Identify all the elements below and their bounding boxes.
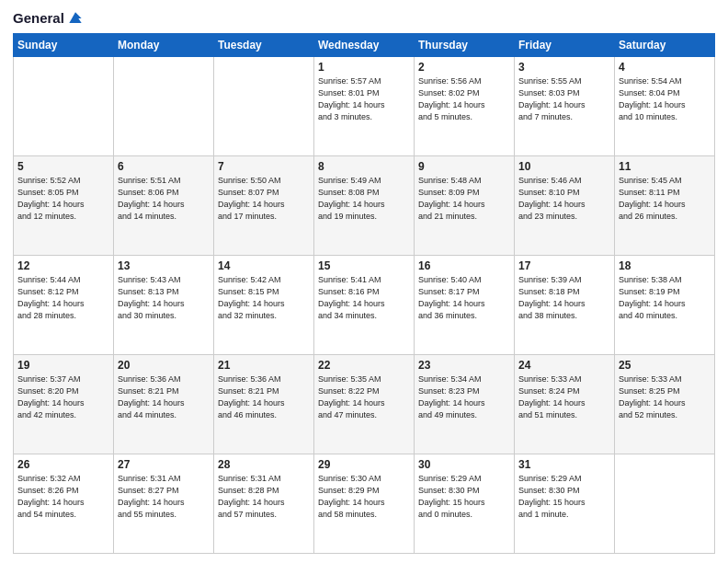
header: General bbox=[13, 9, 715, 28]
day-info: Sunrise: 5:44 AM Sunset: 8:12 PM Dayligh… bbox=[17, 274, 109, 322]
day-number: 28 bbox=[218, 458, 310, 471]
day-number: 8 bbox=[318, 160, 410, 173]
day-number: 30 bbox=[418, 458, 510, 471]
day-cell: 6Sunrise: 5:51 AM Sunset: 8:06 PM Daylig… bbox=[114, 156, 214, 256]
day-cell: 8Sunrise: 5:49 AM Sunset: 8:08 PM Daylig… bbox=[314, 156, 415, 256]
day-number: 12 bbox=[17, 259, 109, 272]
day-info: Sunrise: 5:46 AM Sunset: 8:10 PM Dayligh… bbox=[518, 175, 610, 223]
day-number: 11 bbox=[619, 160, 711, 173]
page: General SundayMondayTuesdayWednesdayThur… bbox=[0, 0, 728, 563]
day-number: 15 bbox=[318, 259, 410, 272]
day-cell: 2Sunrise: 5:56 AM Sunset: 8:02 PM Daylig… bbox=[415, 57, 515, 156]
day-number: 25 bbox=[619, 359, 711, 372]
weekday-header-monday: Monday bbox=[114, 34, 214, 57]
day-cell: 3Sunrise: 5:55 AM Sunset: 8:03 PM Daylig… bbox=[515, 57, 615, 156]
day-number: 2 bbox=[418, 61, 510, 74]
day-info: Sunrise: 5:31 AM Sunset: 8:28 PM Dayligh… bbox=[218, 473, 310, 521]
day-number: 18 bbox=[619, 259, 711, 272]
day-number: 16 bbox=[418, 259, 510, 272]
day-cell: 26Sunrise: 5:32 AM Sunset: 8:26 PM Dayli… bbox=[14, 454, 114, 554]
day-number: 23 bbox=[418, 359, 510, 372]
day-info: Sunrise: 5:54 AM Sunset: 8:04 PM Dayligh… bbox=[619, 75, 711, 123]
week-row-3: 12Sunrise: 5:44 AM Sunset: 8:12 PM Dayli… bbox=[14, 256, 715, 355]
week-row-5: 26Sunrise: 5:32 AM Sunset: 8:26 PM Dayli… bbox=[14, 454, 715, 554]
day-cell: 19Sunrise: 5:37 AM Sunset: 8:20 PM Dayli… bbox=[14, 355, 114, 454]
day-cell: 22Sunrise: 5:35 AM Sunset: 8:22 PM Dayli… bbox=[314, 355, 415, 454]
day-number: 21 bbox=[218, 359, 310, 372]
day-cell: 23Sunrise: 5:34 AM Sunset: 8:23 PM Dayli… bbox=[415, 355, 515, 454]
calendar-table: SundayMondayTuesdayWednesdayThursdayFrid… bbox=[13, 33, 715, 554]
day-cell: 15Sunrise: 5:41 AM Sunset: 8:16 PM Dayli… bbox=[314, 256, 415, 355]
day-info: Sunrise: 5:39 AM Sunset: 8:18 PM Dayligh… bbox=[518, 274, 610, 322]
day-number: 3 bbox=[518, 61, 610, 74]
day-info: Sunrise: 5:41 AM Sunset: 8:16 PM Dayligh… bbox=[318, 274, 410, 322]
day-number: 19 bbox=[17, 359, 109, 372]
day-info: Sunrise: 5:55 AM Sunset: 8:03 PM Dayligh… bbox=[518, 75, 610, 123]
day-info: Sunrise: 5:35 AM Sunset: 8:22 PM Dayligh… bbox=[318, 373, 410, 421]
day-info: Sunrise: 5:31 AM Sunset: 8:27 PM Dayligh… bbox=[118, 473, 210, 521]
day-number: 10 bbox=[518, 160, 610, 173]
day-info: Sunrise: 5:38 AM Sunset: 8:19 PM Dayligh… bbox=[619, 274, 711, 322]
day-number: 22 bbox=[318, 359, 410, 372]
day-cell: 9Sunrise: 5:48 AM Sunset: 8:09 PM Daylig… bbox=[415, 156, 515, 256]
day-number: 27 bbox=[118, 458, 210, 471]
weekday-header-row: SundayMondayTuesdayWednesdayThursdayFrid… bbox=[14, 34, 715, 57]
day-info: Sunrise: 5:43 AM Sunset: 8:13 PM Dayligh… bbox=[118, 274, 210, 322]
day-info: Sunrise: 5:50 AM Sunset: 8:07 PM Dayligh… bbox=[218, 175, 310, 223]
day-number: 14 bbox=[218, 259, 310, 272]
weekday-header-wednesday: Wednesday bbox=[314, 34, 415, 57]
day-info: Sunrise: 5:51 AM Sunset: 8:06 PM Dayligh… bbox=[118, 175, 210, 223]
day-number: 17 bbox=[518, 259, 610, 272]
day-info: Sunrise: 5:40 AM Sunset: 8:17 PM Dayligh… bbox=[418, 274, 510, 322]
day-cell: 27Sunrise: 5:31 AM Sunset: 8:27 PM Dayli… bbox=[114, 454, 214, 554]
svg-marker-0 bbox=[69, 12, 81, 23]
day-number: 20 bbox=[118, 359, 210, 372]
day-info: Sunrise: 5:57 AM Sunset: 8:01 PM Dayligh… bbox=[318, 75, 410, 123]
day-cell bbox=[615, 454, 715, 554]
weekday-header-tuesday: Tuesday bbox=[214, 34, 314, 57]
day-number: 6 bbox=[118, 160, 210, 173]
day-number: 31 bbox=[518, 458, 610, 471]
week-row-1: 1Sunrise: 5:57 AM Sunset: 8:01 PM Daylig… bbox=[14, 57, 715, 156]
logo-icon bbox=[66, 9, 85, 28]
day-number: 1 bbox=[318, 61, 410, 74]
day-cell: 11Sunrise: 5:45 AM Sunset: 8:11 PM Dayli… bbox=[615, 156, 715, 256]
day-info: Sunrise: 5:36 AM Sunset: 8:21 PM Dayligh… bbox=[118, 373, 210, 421]
logo-text-general: General bbox=[13, 10, 64, 27]
day-cell: 12Sunrise: 5:44 AM Sunset: 8:12 PM Dayli… bbox=[14, 256, 114, 355]
day-cell: 20Sunrise: 5:36 AM Sunset: 8:21 PM Dayli… bbox=[114, 355, 214, 454]
day-cell: 13Sunrise: 5:43 AM Sunset: 8:13 PM Dayli… bbox=[114, 256, 214, 355]
day-cell: 29Sunrise: 5:30 AM Sunset: 8:29 PM Dayli… bbox=[314, 454, 415, 554]
day-info: Sunrise: 5:32 AM Sunset: 8:26 PM Dayligh… bbox=[17, 473, 109, 521]
day-info: Sunrise: 5:42 AM Sunset: 8:15 PM Dayligh… bbox=[218, 274, 310, 322]
day-info: Sunrise: 5:29 AM Sunset: 8:30 PM Dayligh… bbox=[418, 473, 510, 521]
day-cell: 31Sunrise: 5:29 AM Sunset: 8:30 PM Dayli… bbox=[515, 454, 615, 554]
calendar-header: SundayMondayTuesdayWednesdayThursdayFrid… bbox=[14, 34, 715, 57]
weekday-header-friday: Friday bbox=[515, 34, 615, 57]
day-info: Sunrise: 5:33 AM Sunset: 8:24 PM Dayligh… bbox=[518, 373, 610, 421]
day-info: Sunrise: 5:29 AM Sunset: 8:30 PM Dayligh… bbox=[518, 473, 610, 521]
day-info: Sunrise: 5:48 AM Sunset: 8:09 PM Dayligh… bbox=[418, 175, 510, 223]
weekday-header-thursday: Thursday bbox=[415, 34, 515, 57]
day-number: 26 bbox=[17, 458, 109, 471]
day-cell: 4Sunrise: 5:54 AM Sunset: 8:04 PM Daylig… bbox=[615, 57, 715, 156]
day-number: 5 bbox=[17, 160, 109, 173]
day-cell: 10Sunrise: 5:46 AM Sunset: 8:10 PM Dayli… bbox=[515, 156, 615, 256]
day-cell: 28Sunrise: 5:31 AM Sunset: 8:28 PM Dayli… bbox=[214, 454, 314, 554]
day-cell: 16Sunrise: 5:40 AM Sunset: 8:17 PM Dayli… bbox=[415, 256, 515, 355]
day-info: Sunrise: 5:33 AM Sunset: 8:25 PM Dayligh… bbox=[619, 373, 711, 421]
logo: General bbox=[13, 9, 85, 28]
day-info: Sunrise: 5:52 AM Sunset: 8:05 PM Dayligh… bbox=[17, 175, 109, 223]
day-cell bbox=[14, 57, 114, 156]
day-info: Sunrise: 5:34 AM Sunset: 8:23 PM Dayligh… bbox=[418, 373, 510, 421]
week-row-2: 5Sunrise: 5:52 AM Sunset: 8:05 PM Daylig… bbox=[14, 156, 715, 256]
day-info: Sunrise: 5:56 AM Sunset: 8:02 PM Dayligh… bbox=[418, 75, 510, 123]
day-cell: 17Sunrise: 5:39 AM Sunset: 8:18 PM Dayli… bbox=[515, 256, 615, 355]
week-row-4: 19Sunrise: 5:37 AM Sunset: 8:20 PM Dayli… bbox=[14, 355, 715, 454]
day-info: Sunrise: 5:37 AM Sunset: 8:20 PM Dayligh… bbox=[17, 373, 109, 421]
day-cell: 24Sunrise: 5:33 AM Sunset: 8:24 PM Dayli… bbox=[515, 355, 615, 454]
day-cell: 21Sunrise: 5:36 AM Sunset: 8:21 PM Dayli… bbox=[214, 355, 314, 454]
day-cell: 7Sunrise: 5:50 AM Sunset: 8:07 PM Daylig… bbox=[214, 156, 314, 256]
day-cell: 18Sunrise: 5:38 AM Sunset: 8:19 PM Dayli… bbox=[615, 256, 715, 355]
day-number: 9 bbox=[418, 160, 510, 173]
